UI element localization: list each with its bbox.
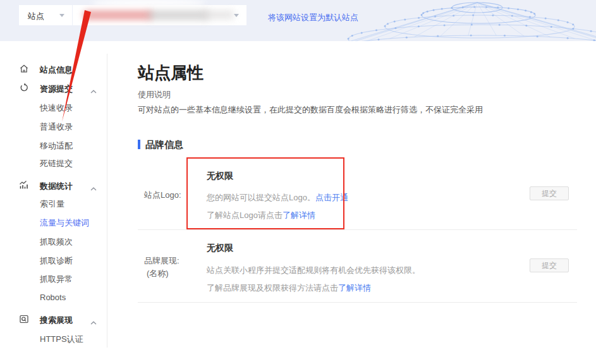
learn-more-link[interactable]: 了解详情 (338, 283, 371, 293)
redacted-site-name (83, 10, 154, 20)
sidebar-item-crawl-anomaly[interactable]: 抓取异常 (0, 272, 107, 285)
chevron-up-icon (90, 317, 97, 322)
site-logo-line2: 了解站点Logo请点击了解详情 (207, 210, 315, 221)
site-logo-label: 站点Logo: (144, 190, 181, 201)
set-default-site-link[interactable]: 将该网站设置为默认站点 (268, 12, 358, 23)
sidebar-item-index-volume[interactable]: 索引量 (0, 197, 107, 210)
no-permission-status: 无权限 (207, 243, 233, 254)
site-type-label: 站点 (28, 11, 44, 22)
site-type-dropdown[interactable]: 站点 (19, 5, 72, 25)
chart-icon (19, 180, 29, 190)
redacted-site-name-3 (202, 11, 234, 19)
sidebar-item-https-cert[interactable]: HTTPS认证 (0, 332, 107, 345)
section-accent-bar (138, 140, 140, 149)
submit-icon (19, 83, 29, 93)
open-permission-link[interactable]: 点击开通 (315, 193, 348, 202)
usage-description: 可对站点的一些基本信息继续设置，在此提交的数据百度会根据策略进行筛选，不保证完全… (138, 104, 483, 116)
chevron-down-icon (59, 14, 64, 17)
topbar: 站点 将该网站设置为默认站点 (0, 0, 596, 41)
brand-display-line2: 了解品牌展现及权限获得方法请点击了解详情 (207, 282, 371, 294)
chevron-down-icon (234, 14, 239, 17)
brand-display-sublabel: (名称) (147, 268, 169, 279)
submit-button[interactable]: 提交 (530, 258, 569, 272)
sidebar-item-site-info[interactable]: 站点信息 (0, 63, 107, 76)
sidebar-item-crawl-diagnosis[interactable]: 抓取诊断 (0, 254, 107, 267)
brand-display-label: 品牌展现: (144, 255, 179, 267)
sidebar-item-mobile-adapt[interactable]: 移动适配 (0, 139, 107, 152)
sidebar-item-normal-include[interactable]: 普通收录 (0, 120, 107, 133)
sidebar-item-resource-submit[interactable]: 资源提交 (0, 82, 107, 95)
brand-display-line1: 站点关联小程序并提交适配规则将有机会优先获得该权限。 (207, 265, 420, 276)
sidebar-item-dead-link-submit[interactable]: 死链提交 (0, 157, 107, 169)
learn-more-link[interactable]: 了解详情 (283, 210, 315, 220)
sidebar-item-data-stats[interactable]: 数据统计 (0, 179, 107, 192)
site-name-dropdown[interactable] (73, 5, 246, 25)
submit-button[interactable]: 提交 (530, 186, 569, 200)
no-permission-status: 无权限 (207, 171, 233, 182)
divider (138, 302, 577, 303)
home-icon (19, 64, 29, 74)
page-title: 站点属性 (138, 62, 204, 84)
chevron-up-icon (90, 183, 97, 188)
sidebar-item-traffic-keywords[interactable]: 流量与关键词 (0, 216, 107, 229)
divider (138, 229, 577, 230)
sidebar-item-quick-include[interactable]: 快速收录 (0, 101, 107, 114)
section-title: 品牌信息 (145, 139, 183, 151)
page: 站点 将该网站设置为默认站点 站点信息 资源提交 (0, 0, 596, 364)
search-icon (19, 314, 29, 324)
site-logo-line1: 您的网站可以提交站点Logo。点击开通 (207, 192, 348, 203)
redacted-site-name-2 (149, 11, 209, 20)
sidebar-item-search-display[interactable]: 搜索展现 (0, 313, 107, 326)
sidebar: 站点信息 资源提交 快速收录 普通收录 移动适配 死链提交 数据统计 (0, 54, 107, 348)
sidebar-item-robots[interactable]: Robots (0, 291, 107, 304)
chevron-up-icon (90, 85, 97, 90)
usage-title: 使用说明 (138, 89, 171, 100)
sidebar-item-crawl-frequency[interactable]: 抓取频次 (0, 235, 107, 248)
